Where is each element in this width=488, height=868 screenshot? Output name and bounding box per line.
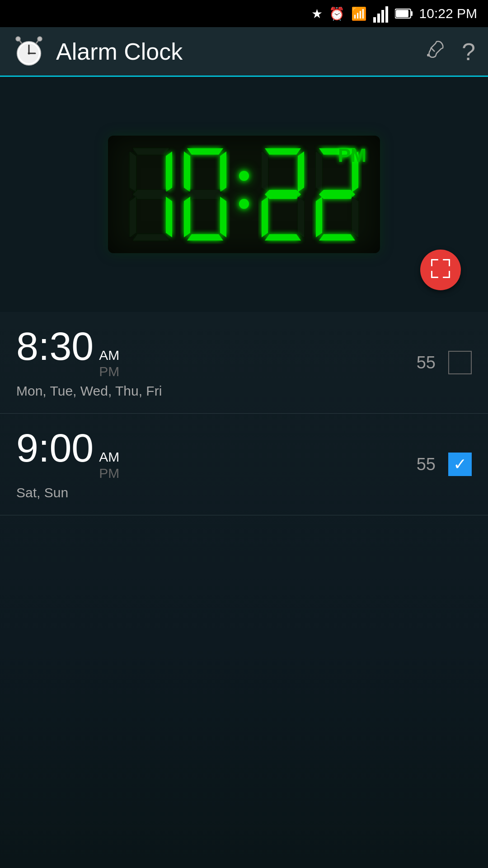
alarm-1-time-block: 8:30 AM PM Mon, Tue, Wed, Thu, Fri (16, 326, 417, 399)
svg-marker-34 (265, 190, 301, 199)
svg-rect-6 (396, 10, 408, 17)
svg-marker-39 (316, 151, 322, 192)
alarm-list: 8:30 AM PM Mon, Tue, Wed, Thu, Fri 55 9:… (0, 312, 488, 868)
alarm-icon: ⏰ (329, 6, 345, 21)
svg-rect-50 (431, 271, 432, 278)
alarm-1-snooze: 55 (417, 353, 436, 373)
svg-rect-2 (381, 10, 384, 23)
svg-marker-43 (352, 197, 358, 237)
alarm-2-pm: PM (99, 465, 119, 481)
svg-rect-1 (377, 14, 380, 23)
alarm-2-toggle[interactable]: ✓ (448, 453, 472, 476)
alarm-2-ampm: AM PM (99, 449, 119, 481)
app-logo (13, 35, 45, 68)
alarm-1-am: AM (99, 347, 119, 363)
alarm-1-time: 8:30 (16, 326, 94, 366)
alarm-2-days: Sat, Sun (16, 485, 417, 500)
svg-rect-3 (385, 6, 388, 23)
alarm-item-1[interactable]: 8:30 AM PM Mon, Tue, Wed, Thu, Fri 55 (0, 312, 488, 414)
app-header: Alarm Clock ? (0, 27, 488, 77)
svg-marker-20 (133, 190, 169, 199)
checkmark-icon: ✓ (453, 456, 467, 472)
app-title: Alarm Clock (56, 38, 422, 65)
svg-marker-30 (187, 234, 223, 241)
alarm-1-ampm: AM PM (99, 347, 119, 380)
clock-display-area: PM (0, 77, 488, 312)
digit-0 (180, 145, 230, 244)
svg-marker-44 (319, 234, 355, 241)
svg-marker-33 (298, 151, 304, 192)
digit-1 (126, 145, 176, 244)
alarm-2-time: 9:00 (16, 428, 94, 468)
svg-marker-18 (130, 151, 136, 192)
digital-time-display (126, 145, 362, 244)
signal-icon (373, 5, 389, 23)
alarm-1-days: Mon, Tue, Wed, Thu, Fri (16, 383, 417, 399)
alarm-2-am: AM (99, 449, 119, 465)
help-button[interactable]: ? (462, 38, 475, 66)
svg-marker-42 (316, 197, 322, 237)
svg-rect-5 (411, 11, 413, 16)
svg-marker-22 (166, 197, 172, 237)
svg-point-14 (16, 37, 20, 41)
status-icons: ★ ⏰ 📶 10:22 PM (311, 5, 477, 23)
header-actions: ? (422, 37, 475, 66)
svg-marker-36 (298, 197, 304, 237)
svg-point-11 (28, 52, 30, 54)
expand-icon (429, 257, 452, 283)
alarm-2-controls: 55 ✓ (417, 453, 472, 476)
wrench-icon (422, 37, 446, 61)
svg-marker-23 (133, 234, 169, 241)
svg-marker-19 (166, 151, 172, 192)
alarm-2-time-block: 9:00 AM PM Sat, Sun (16, 428, 417, 500)
svg-marker-37 (265, 234, 301, 241)
battery-icon (395, 7, 413, 20)
settings-button[interactable] (422, 37, 446, 66)
colon-separator (235, 171, 253, 218)
svg-marker-31 (265, 148, 301, 155)
lcd-display: PM (108, 136, 380, 253)
svg-marker-17 (133, 148, 169, 155)
svg-marker-32 (262, 151, 268, 192)
question-mark-icon: ? (462, 38, 475, 65)
svg-marker-28 (184, 197, 190, 237)
svg-marker-26 (220, 151, 226, 192)
svg-marker-27 (187, 190, 223, 199)
svg-rect-52 (449, 271, 450, 278)
am-pm-indicator: PM (338, 145, 366, 166)
alarm-1-toggle[interactable] (448, 351, 472, 374)
svg-point-16 (427, 54, 430, 57)
digit-2 (258, 145, 308, 244)
alarm-1-controls: 55 (417, 351, 472, 374)
alarm-1-pm: PM (99, 363, 119, 380)
svg-marker-29 (220, 197, 226, 237)
svg-marker-21 (130, 197, 136, 237)
bluetooth-icon: ★ (311, 6, 323, 21)
svg-rect-46 (431, 259, 432, 266)
expand-button[interactable] (420, 250, 461, 290)
svg-point-15 (38, 37, 42, 41)
svg-marker-35 (262, 197, 268, 237)
svg-marker-41 (319, 190, 355, 199)
svg-marker-24 (187, 148, 223, 155)
status-time: 10:22 PM (419, 6, 477, 21)
wifi-icon: 📶 (351, 6, 367, 21)
status-bar: ★ ⏰ 📶 10:22 PM (0, 0, 488, 27)
alarm-item-2[interactable]: 9:00 AM PM Sat, Sun 55 ✓ (0, 414, 488, 515)
svg-rect-48 (449, 259, 450, 266)
svg-rect-0 (373, 17, 376, 23)
alarm-2-snooze: 55 (417, 455, 436, 474)
svg-marker-25 (184, 151, 190, 192)
